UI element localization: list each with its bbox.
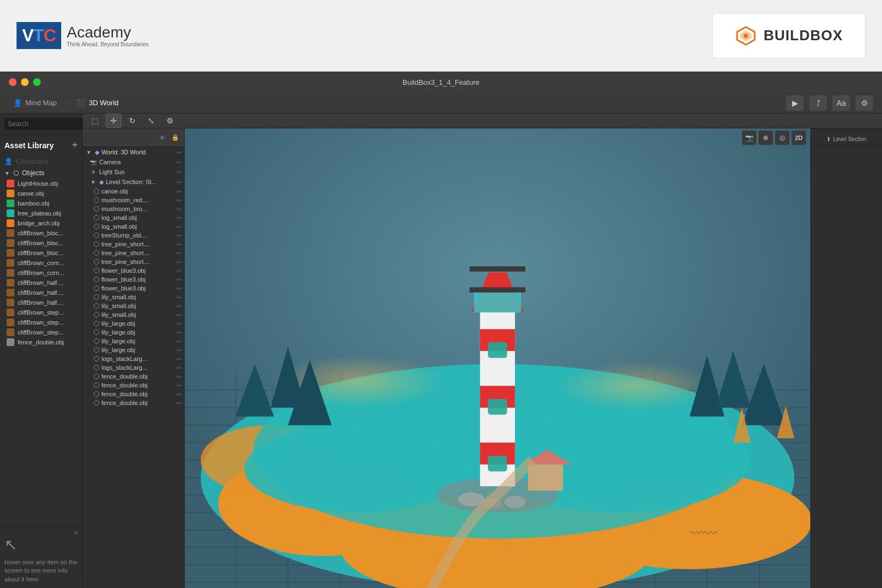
list-item[interactable]: cliffBrown_bloc... <box>0 238 82 248</box>
camera-view-button[interactable]: 📷 <box>742 131 756 145</box>
eye-toggle[interactable]: 👁 <box>158 133 166 142</box>
list-item[interactable]: bridge_arch.obj <box>0 218 82 228</box>
scene-item[interactable]: tree_pine_short.... ••• <box>83 240 184 249</box>
scene-item[interactable]: tree_pine_short.... ••• <box>83 257 184 266</box>
scene-item[interactable]: flower_blue3.obj ••• <box>83 275 184 284</box>
scene-item-circle <box>94 356 99 362</box>
lock-toggle[interactable]: 🔒 <box>171 133 180 142</box>
scene-item[interactable]: logs_stackLarg... ••• <box>83 363 184 372</box>
svg-rect-51 <box>488 342 507 358</box>
scene-item[interactable]: lily_large.obj ••• <box>83 328 184 337</box>
scene-camera-item[interactable]: 📷 Camera ••• <box>83 157 184 167</box>
list-item[interactable]: bamboo.obj <box>0 198 82 208</box>
nav-3dworld[interactable]: ⬛ 3D World <box>72 96 123 109</box>
item-color-dot <box>7 190 14 197</box>
scene-world-item[interactable]: ▼ ◆ World: 3D World ••• <box>83 147 184 157</box>
list-item[interactable]: cliffBrown_bloc... <box>0 248 82 258</box>
move-icon: ✛ <box>110 116 117 125</box>
scene-item[interactable]: canoe.obj ••• <box>83 187 184 196</box>
list-item[interactable]: tree_plateau.obj <box>0 208 82 218</box>
font-button[interactable]: Aa <box>832 95 850 111</box>
scene-item-circle <box>94 321 99 326</box>
scene-item[interactable]: logs_stackLarg... ••• <box>83 354 184 363</box>
scene-item[interactable]: fence_double.obj ••• <box>83 390 184 398</box>
window-minimize-button[interactable] <box>21 78 29 86</box>
list-item[interactable]: cliffBrown_corn... <box>0 268 82 278</box>
list-item[interactable]: LightHouse.obj <box>0 179 82 188</box>
window-maximize-button[interactable] <box>33 78 41 86</box>
target-button[interactable]: ⊕ <box>759 131 773 145</box>
scene-item[interactable]: lily_large.obj ••• <box>83 319 184 328</box>
select-tool-button[interactable]: ⬚ <box>87 114 103 128</box>
nav-mindmap[interactable]: 👤 Mind Map <box>9 96 61 109</box>
rotate-tool-button[interactable]: ↻ <box>125 114 140 128</box>
objects-label: Objects <box>22 169 45 177</box>
list-item[interactable]: fence_double.obj <box>0 337 82 347</box>
scene-item[interactable]: mushroom_red.... ••• <box>83 196 184 204</box>
svg-rect-49 <box>474 290 521 312</box>
item-dots: ••• <box>176 400 182 406</box>
mindmap-label: Mind Map <box>25 99 57 107</box>
item-dots: ••• <box>176 382 182 389</box>
list-item[interactable]: canoe.obj <box>0 188 82 198</box>
play-button[interactable]: ▶ <box>786 95 804 111</box>
vtc-c: C <box>44 25 56 45</box>
move-tool-button[interactable]: ✛ <box>106 114 121 128</box>
scene-item[interactable]: log_small.obj ••• <box>83 213 184 222</box>
scene-levelsection-item[interactable]: ▼ ◆ Level Section: St... ••• <box>83 177 184 187</box>
main-content: 🔍 Asset Library + 👤 Characters ▼ ⬡ Objec… <box>0 114 882 588</box>
search-input[interactable] <box>4 118 94 130</box>
item-color-dot <box>7 199 14 207</box>
item-color-dot <box>7 219 14 227</box>
3dworld-label: 3D World <box>89 99 119 107</box>
scene-item[interactable]: lily_large.obj ••• <box>83 337 184 346</box>
list-item[interactable]: cliffBrown_step... <box>0 308 82 317</box>
levelsection-icon: ◆ <box>99 179 104 186</box>
scene-item[interactable]: lily_large.obj ••• <box>83 346 184 354</box>
list-item[interactable]: cliffBrown_half.... <box>0 278 82 288</box>
list-item[interactable]: cliffBrown_half.... <box>0 298 82 308</box>
scene-item[interactable]: treeStump_old.... ••• <box>83 231 184 240</box>
scene-item[interactable]: tree_pine_short.... ••• <box>83 249 184 257</box>
objects-section[interactable]: ▼ ⬡ Objects <box>0 168 82 179</box>
scene-item[interactable]: lily_small.obj ••• <box>83 310 184 319</box>
close-tooltip-button[interactable]: ✕ <box>73 529 79 537</box>
item-dots: ••• <box>176 259 182 265</box>
scene-item-label: lily_small.obj <box>101 311 136 318</box>
scene-item[interactable]: flower_blue3.obj ••• <box>83 284 184 293</box>
list-item[interactable]: cliffBrown_step... <box>0 317 82 327</box>
buildbox-icon <box>735 25 757 47</box>
item-dots: ••• <box>176 277 182 283</box>
scene-item[interactable]: fence_double.obj ••• <box>83 381 184 390</box>
window-close-button[interactable] <box>9 78 17 86</box>
scene-item[interactable]: log_small.obj ••• <box>83 222 184 231</box>
list-item[interactable]: cliffBrown_step... <box>0 327 82 337</box>
scene-item[interactable]: flower_blue3.obj ••• <box>83 266 184 275</box>
academy-right: Academy Think Ahead. Beyond Boundaries <box>67 24 148 47</box>
item-dots: ••• <box>176 374 182 380</box>
scene-item[interactable]: mushroom_bro... ••• <box>83 204 184 213</box>
scene-lightsun-item[interactable]: ☀ Light Sun ••• <box>83 167 184 177</box>
asset-library-add-button[interactable]: + <box>72 139 78 151</box>
item-dots: ••• <box>176 224 182 230</box>
scene-item[interactable]: lily_small.obj ••• <box>83 293 184 301</box>
scene-item-label: tree_pine_short.... <box>101 241 150 247</box>
scene-item[interactable]: fence_double.obj ••• <box>83 372 184 381</box>
2d-view-button[interactable]: 2D <box>792 131 806 145</box>
scene-item-label: lily_small.obj <box>101 294 136 300</box>
scene-item[interactable]: fence_double.obj ••• <box>83 398 184 407</box>
list-item[interactable]: cliffBrown_corn... <box>0 258 82 268</box>
item-dots: ••• <box>176 356 182 362</box>
settings-button[interactable]: ⚙ <box>856 95 873 111</box>
scene-item-label: log_small.obj <box>101 223 137 230</box>
item-color-dot <box>7 239 14 247</box>
globe-button[interactable]: ◎ <box>775 131 789 145</box>
item-label: cliffBrown_bloc... <box>18 240 63 246</box>
scale-tool-button[interactable]: ⤡ <box>143 114 159 128</box>
viewport[interactable]: 〰〰 📷 ⊕ ◎ 2D <box>185 128 810 588</box>
list-item[interactable]: cliffBrown_half.... <box>0 288 82 298</box>
scene-item[interactable]: lily_small.obj ••• <box>83 301 184 310</box>
list-item[interactable]: cliffBrown_bloc... <box>0 228 82 238</box>
settings-tool-button[interactable]: ⚙ <box>162 114 178 128</box>
export-button[interactable]: ⤴ <box>809 95 827 111</box>
